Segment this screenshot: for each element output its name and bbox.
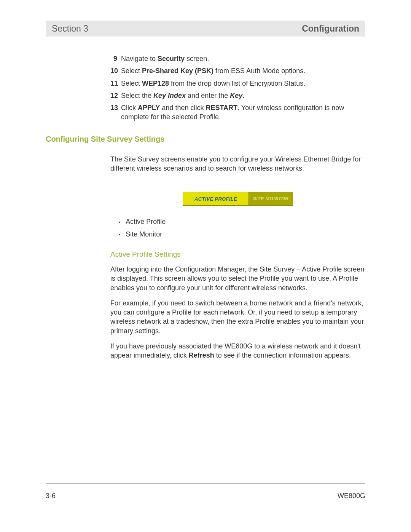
model-label: WE800G	[338, 492, 365, 500]
tab-figure-wrapper: ACTIVE PROFILE SITE MONITOR	[110, 181, 365, 215]
paragraph-1: After logging into the Configuration Man…	[110, 265, 365, 292]
step-12: 12 Select the Key Index and enter the Ke…	[110, 91, 365, 100]
bullet-active-profile: Active Profile	[119, 217, 365, 226]
step-10: 10 Select Pre-Shared Key (PSK) from ESS …	[110, 66, 365, 75]
paragraph-3: If you have previously associated the WE…	[110, 342, 365, 360]
section-label: Section 3	[52, 24, 88, 34]
intro-paragraph: The Site Survey screens enable you to co…	[110, 155, 365, 173]
step-number: 12	[110, 91, 121, 100]
step-text: Select Pre-Shared Key (PSK) from ESS Aut…	[121, 66, 365, 75]
page-number: 3-6	[46, 492, 56, 500]
sub-heading: Active Profile Settings	[110, 250, 365, 259]
step-9: 9 Navigate to Security screen.	[110, 54, 365, 63]
page-title: Configuration	[302, 24, 359, 34]
footer-rule	[46, 483, 365, 484]
tab-figure: ACTIVE PROFILE SITE MONITOR	[183, 192, 293, 206]
content: 9 Navigate to Security screen. 10 Select…	[46, 37, 365, 360]
step-number: 9	[110, 54, 121, 63]
bullet-list: Active Profile Site Monitor	[110, 217, 365, 239]
step-11: 11 Select WEP128 from the drop down list…	[110, 79, 365, 88]
footer: 3-6 WE800G	[46, 483, 365, 500]
step-number: 11	[110, 79, 121, 88]
tab-active-profile[interactable]: ACTIVE PROFILE	[183, 192, 249, 205]
tab-site-monitor[interactable]: SITE MONITOR	[249, 192, 293, 205]
step-number: 10	[110, 66, 121, 75]
step-text: Select the Key Index and enter the Key.	[121, 91, 365, 100]
page: Section 3 Configuration 9 Navigate to Se…	[0, 0, 411, 532]
step-number: 13	[110, 103, 121, 122]
step-13: 13 Click APPLY and then click RESTART. Y…	[110, 103, 365, 122]
section-heading: Configuring Site Survey Settings	[46, 135, 365, 146]
header-bar: Section 3 Configuration	[46, 21, 365, 37]
step-text: Click APPLY and then click RESTART. Your…	[121, 103, 365, 122]
step-text: Navigate to Security screen.	[121, 54, 365, 63]
numbered-steps: 9 Navigate to Security screen. 10 Select…	[110, 54, 365, 122]
bullet-site-monitor: Site Monitor	[119, 230, 365, 239]
step-text: Select WEP128 from the drop down list of…	[121, 79, 365, 88]
paragraph-2: For example, if you need to switch betwe…	[110, 299, 365, 335]
